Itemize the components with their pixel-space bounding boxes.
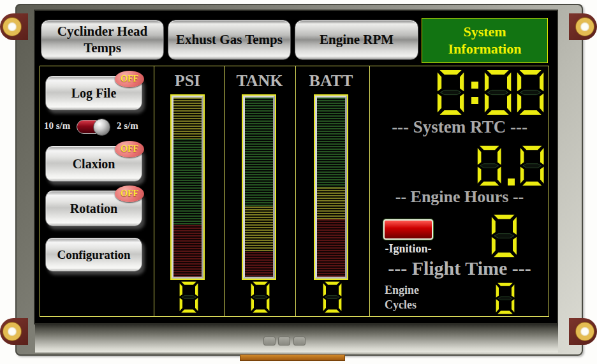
tab-engine-rpm[interactable]: Engine RPM [295,20,418,60]
tank-gauge-label: TANK [225,71,295,91]
column-divider [295,66,296,316]
tab-label: Cyclinder Head Temps [47,24,158,55]
mounting-hole [0,13,28,40]
mounting-hole [569,318,597,345]
claxion-status-badge: OFF [115,141,144,157]
log-file-button[interactable]: Log File OFF [45,76,142,110]
tab-label: Engine RPM [320,32,394,48]
mounting-ring [576,323,594,340]
sample-rate-toggle[interactable] [77,120,108,134]
log-file-status-badge: OFF [115,71,144,87]
device: Cyclinder Head Temps Exhust Gas Temps En… [0,0,597,364]
engine-cycles-display [494,282,515,314]
mounting-ring [3,323,21,340]
system-rtc-label: --- System RTC --- [369,117,550,137]
tank-value-display [248,281,270,313]
psi-gauge [170,94,205,280]
rate-right-label: 2 s/m [117,120,138,131]
flight-time-display [490,214,517,258]
engine-cycles-line2: Cycles [385,298,419,312]
rotation-button[interactable]: Rotation OFF [45,191,142,226]
claxion-label: Claxion [73,157,115,171]
engine-hours-label: -- Engine Hours -- [369,187,550,207]
mounting-hole [569,13,597,40]
toggle-knob[interactable] [93,119,110,136]
tab-cylinder-head-temps[interactable]: Cyclinder Head Temps [41,20,164,60]
claxion-button[interactable]: Claxion OFF [45,146,142,182]
batt-gauge-bar [315,96,347,279]
tab-system-information[interactable]: System Information [422,18,548,63]
rtc-display [428,69,544,115]
psi-gauge-bar [172,96,203,279]
mounting-hole [0,318,28,345]
batt-value-display [320,281,342,313]
column-divider [224,66,225,316]
bezel-button [293,337,306,346]
psi-gauge-label: PSI [152,71,223,91]
engine-cycles-line1: Engine [385,283,419,298]
configuration-button[interactable]: Configuration [45,238,142,272]
rotation-status-badge: OFF [115,186,144,202]
ignition-label: -Ignition- [374,242,442,256]
tab-label: System Information [439,24,531,57]
mounting-ring [576,18,594,36]
column-divider [154,66,154,316]
tank-gauge [242,94,276,280]
tab-label: Exhust Gas Temps [176,32,283,48]
flight-time-label: --- Flight Time --- [369,258,550,279]
rate-left-label: 10 s/m [44,120,70,131]
engine-hours-display [452,145,544,186]
psi-value-display [177,281,198,313]
bezel-button [278,337,290,346]
rotation-label: Rotation [70,201,117,216]
connector [240,354,345,361]
engine-cycles-label: Engine Cycles [385,283,419,312]
ignition-indicator-led [383,219,433,240]
batt-gauge [314,94,348,280]
system-information-panel: Log File OFF 10 s/m 2 s/m Claxion OFF Ro… [40,66,549,317]
bezel-button [263,337,276,346]
tab-exhaust-gas-temps[interactable]: Exhust Gas Temps [168,20,291,60]
tank-gauge-bar [243,96,275,279]
batt-gauge-label: BATT [296,71,366,91]
lcd-screen: Cyclinder Head Temps Exhust Gas Temps En… [35,11,557,323]
configuration-label: Configuration [57,248,130,262]
log-file-label: Log File [71,86,117,101]
mounting-ring [3,18,21,36]
